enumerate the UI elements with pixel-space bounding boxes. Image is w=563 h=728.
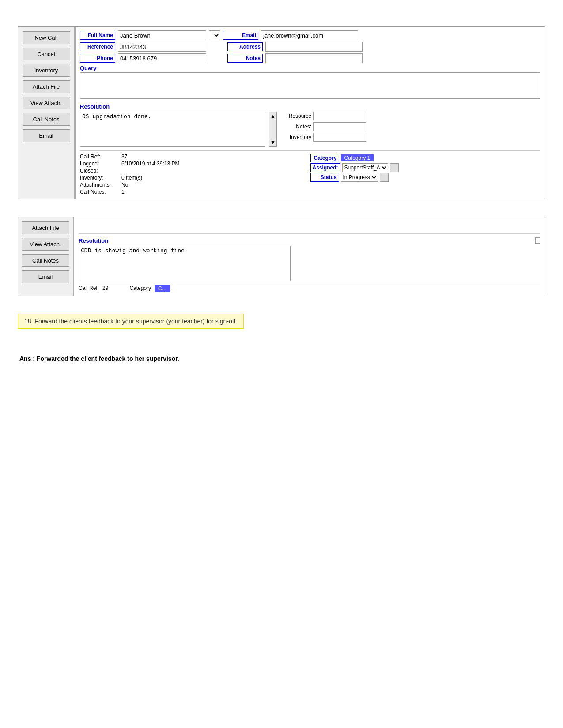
instruction-text: Forward the clients feedback to your sup… — [34, 318, 237, 325]
second-panel: Attach File View Attach. Call Notes Emai… — [18, 217, 545, 296]
resource-input[interactable] — [313, 112, 366, 120]
panel2-resolution-header: Resolution - — [79, 236, 540, 245]
row-phone-notes: Phone Notes — [80, 53, 540, 63]
assigned-dropdown[interactable]: SupportStaff_A — [342, 163, 388, 172]
inventory-side-label: Inventory — [280, 134, 311, 140]
panel2-resolution-label: Resolution — [79, 237, 108, 244]
phone-input[interactable] — [118, 53, 206, 63]
panel2-info-row: Call Ref: 29 Category C... — [79, 283, 540, 292]
info-right: Category Category 1 Assigned: SupportSta… — [310, 154, 541, 195]
reference-label: Reference — [80, 42, 115, 51]
sidebar: New Call Cancel Inventory Attach File Vi… — [18, 27, 76, 199]
answer-text: Ans : Forwarded the client feedback to h… — [19, 355, 179, 362]
status-label: Status — [310, 173, 339, 182]
email-label: Email — [223, 31, 258, 40]
panel2-top-spacer — [79, 221, 540, 234]
call-ref-key: Call Ref: — [80, 154, 120, 160]
assigned-row: Assigned: SupportStaff_A — [310, 163, 541, 172]
panel2-category-label: Category — [129, 285, 151, 292]
sidebar2: Attach File View Attach. Call Notes Emai… — [18, 217, 74, 296]
panel2-minimize-btn[interactable]: - — [535, 237, 540, 244]
full-name-dropdown[interactable] — [209, 30, 220, 40]
resource-label: Resource — [280, 113, 311, 119]
full-name-input[interactable] — [118, 30, 206, 40]
logged-value: 6/10/2019 at 4:39:13 PM — [121, 161, 179, 167]
status-row: Status In Progress — [310, 173, 541, 182]
notes-side-input[interactable] — [313, 122, 366, 131]
row-ref-address: Reference Address — [80, 42, 540, 52]
call-notes-count-value: 1 — [121, 189, 125, 195]
instruction-number: 18. — [24, 318, 33, 325]
notes-input[interactable] — [265, 53, 363, 63]
resolution-scroll[interactable]: ▲ ▼ — [269, 112, 277, 147]
category-label: Category — [310, 154, 339, 162]
notes-side-label: Notes: — [280, 124, 311, 130]
main-form: Full Name Email Reference Address Phone … — [76, 27, 545, 199]
attach-file-button[interactable]: Attach File — [23, 80, 70, 93]
panel2-content: Resolution - CDD is showig and working f… — [74, 217, 545, 296]
new-call-button[interactable]: New Call — [23, 31, 70, 44]
full-name-label: Full Name — [80, 31, 115, 40]
logged-key: Logged: — [80, 161, 120, 167]
reference-input[interactable] — [118, 42, 206, 52]
scroll-down-icon: ▼ — [270, 139, 276, 146]
call-ref-row: Call Ref: 37 — [80, 154, 310, 160]
closed-key: Closed: — [80, 168, 120, 174]
status-dropdown[interactable]: In Progress — [341, 173, 378, 182]
resource-row: Resource — [280, 112, 540, 120]
query-textarea[interactable] — [80, 72, 540, 99]
instruction-container: 18. Forward the clients feedback to your… — [18, 314, 545, 342]
view-attach-button[interactable]: View Attach. — [23, 97, 70, 109]
attachments-key: Attachments: — [80, 182, 120, 188]
category-row: Category Category 1 — [310, 154, 541, 162]
panel2-call-ref-value: 29 — [102, 285, 108, 292]
cancel-button[interactable]: Cancel — [23, 48, 70, 60]
query-label: Query — [80, 65, 540, 71]
inventory-count-value: 0 Item(s) — [121, 175, 142, 181]
resolution-header: Resolution — [80, 101, 540, 111]
panel2-call-ref-label: Call Ref: — [79, 285, 99, 292]
resolution-side-panel: Resource Notes: Inventory — [280, 112, 540, 147]
call-notes-row: Call Notes: 1 — [80, 189, 310, 195]
call-notes-button-2[interactable]: Call Notes — [22, 254, 69, 267]
inventory-key: Inventory: — [80, 175, 120, 181]
logged-row: Logged: 6/10/2019 at 4:39:13 PM — [80, 161, 310, 167]
category-badge: Category 1 — [341, 154, 374, 161]
answer-container: Ans : Forwarded the client feedback to h… — [18, 355, 545, 362]
inventory-side-row: Inventory — [280, 133, 540, 142]
inventory-button[interactable]: Inventory — [23, 64, 70, 77]
status-small-btn[interactable] — [380, 173, 389, 182]
inventory-side-input[interactable] — [313, 133, 366, 142]
panel2-category-badge: C... — [155, 285, 170, 292]
assigned-small-btn[interactable] — [390, 163, 399, 172]
address-label: Address — [227, 42, 263, 51]
inventory-row: Inventory: 0 Item(s) — [80, 175, 310, 181]
instruction-box: 18. Forward the clients feedback to your… — [18, 314, 244, 329]
panel2-resolution-input[interactable]: CDD is showig and working fine — [79, 246, 291, 281]
info-left: Call Ref: 37 Logged: 6/10/2019 at 4:39:1… — [80, 154, 310, 195]
email-button[interactable]: Email — [23, 129, 70, 142]
scroll-up-icon: ▲ — [270, 113, 276, 120]
address-input[interactable] — [265, 42, 363, 52]
attach-file-button-2[interactable]: Attach File — [22, 221, 69, 234]
phone-label: Phone — [80, 54, 115, 63]
notes-side-row: Notes: — [280, 122, 540, 131]
email-button-2[interactable]: Email — [22, 270, 69, 283]
row-name-email: Full Name Email — [80, 30, 540, 40]
resolution-area: OS upgradation done. ▲ ▼ Resource Notes:… — [80, 112, 540, 147]
notes-label: Notes — [227, 54, 263, 63]
email-input[interactable] — [261, 30, 358, 40]
info-table: Call Ref: 37 Logged: 6/10/2019 at 4:39:1… — [80, 150, 540, 195]
main-panel: New Call Cancel Inventory Attach File Vi… — [18, 26, 545, 199]
attachments-value: No — [121, 182, 128, 188]
view-attach-button-2[interactable]: View Attach. — [22, 238, 69, 251]
resolution-label: Resolution — [80, 103, 110, 110]
call-ref-value: 37 — [121, 154, 127, 160]
attachments-row: Attachments: No — [80, 182, 310, 188]
closed-row: Closed: — [80, 168, 310, 174]
call-notes-button[interactable]: Call Notes — [23, 113, 70, 126]
resolution-input[interactable]: OS upgradation done. — [80, 112, 265, 147]
assigned-label: Assigned: — [310, 163, 340, 172]
call-notes-key: Call Notes: — [80, 189, 120, 195]
